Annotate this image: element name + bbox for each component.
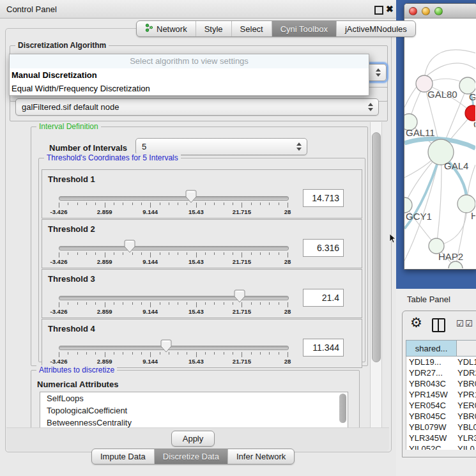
gear-icon[interactable]: ⚙ xyxy=(410,315,422,330)
network-view-window[interactable]: GAL80GACGAL11GAL4GCY1HHAP2 xyxy=(404,3,476,270)
table-row[interactable]: YER054CYER0 xyxy=(406,400,476,411)
slider-tick xyxy=(95,252,96,255)
column-header-name[interactable]: na xyxy=(457,340,476,357)
interval-definition-group: Interval Definition Number of Intervals … xyxy=(31,127,368,366)
threshold-value-field[interactable]: 11.344 xyxy=(303,339,344,357)
close-red-icon[interactable] xyxy=(409,7,417,15)
slider-tick xyxy=(196,252,197,257)
tick-label: 2.859 xyxy=(97,258,112,265)
slider-tick xyxy=(68,352,68,355)
group-title-interval-definition: Interval Definition xyxy=(36,122,101,131)
minimize-yellow-icon[interactable] xyxy=(422,7,430,15)
main-scrollbar[interactable] xyxy=(370,122,382,427)
table-row[interactable]: YBL079WYBL0 xyxy=(406,422,476,433)
slider-tick xyxy=(178,252,178,255)
table-row[interactable]: YDL19...YDL1 xyxy=(406,357,476,367)
tab-select[interactable]: Select xyxy=(231,21,272,36)
slider-thumb[interactable] xyxy=(124,240,135,253)
main-scrollbar-thumb[interactable] xyxy=(372,132,381,362)
slider-tick xyxy=(68,302,68,305)
threshold-value-field[interactable]: 14.713 xyxy=(303,189,344,207)
bottom-tab-bar: Impute DataDiscretize DataInfer Network xyxy=(91,449,295,464)
list-item[interactable]: SelfLoops xyxy=(40,392,348,404)
slider-tick xyxy=(150,203,151,208)
slider-tick xyxy=(251,352,252,355)
slider-tick xyxy=(150,352,151,357)
slider-tick xyxy=(150,252,151,257)
slider-tick xyxy=(288,252,288,257)
network-window-titlebar[interactable] xyxy=(404,4,476,19)
slider-tick xyxy=(95,352,96,355)
tick-label: -3.426 xyxy=(50,208,68,215)
numerical-attributes-list[interactable]: SelfLoopsTopologicalCoefficientBetweenne… xyxy=(40,392,348,427)
checkbox-icon[interactable]: ☑ xyxy=(465,319,473,328)
tick-label: 28 xyxy=(284,208,291,215)
slider-thumb[interactable] xyxy=(234,289,245,303)
list-item[interactable]: BetweennessCentrality xyxy=(40,417,348,427)
tab-jactivemnodules[interactable]: jActiveMNodules xyxy=(336,21,415,36)
table-row[interactable]: YLR345WYLR3 xyxy=(406,433,476,443)
tab-discretize-data[interactable]: Discretize Data xyxy=(154,449,227,464)
list-scrollbar-thumb[interactable] xyxy=(339,394,346,423)
slider-tick xyxy=(141,352,142,355)
tab-style[interactable]: Style xyxy=(196,21,231,36)
popup-placeholder-item[interactable]: Select algorithm to view settings xyxy=(10,54,369,68)
table-row[interactable]: YPR145WYPR1 xyxy=(406,389,476,400)
slider-tick xyxy=(279,203,279,205)
popup-option[interactable]: Equal Width/Frequency Discretization xyxy=(10,82,369,95)
node-label: GAL11 xyxy=(406,127,435,138)
slider-tick xyxy=(242,352,242,357)
settings-scroll-area: Interval Definition Number of Intervals … xyxy=(10,122,370,427)
slider-thumb[interactable] xyxy=(185,190,197,203)
slider-track[interactable] xyxy=(59,246,289,250)
list-item[interactable]: TopologicalCoefficient xyxy=(40,404,348,417)
table-row[interactable]: YIL052CYIL0 xyxy=(406,443,476,450)
tick-label: 15.43 xyxy=(188,358,204,365)
tab-network[interactable]: Network xyxy=(137,21,196,36)
slider-tick xyxy=(279,352,279,355)
threshold-value-field[interactable]: 21.4 xyxy=(303,289,344,307)
float-window-icon[interactable] xyxy=(374,6,383,15)
slider-tick xyxy=(105,203,105,208)
slider-tick xyxy=(114,302,114,305)
slider-track[interactable] xyxy=(59,196,289,201)
node-label: C xyxy=(473,119,475,130)
slider-tick xyxy=(160,302,160,305)
number-of-intervals-combobox[interactable]: 5 xyxy=(135,138,307,155)
apply-button[interactable]: Apply xyxy=(171,431,215,447)
group-title-thresholds: Threshold's Coordinates for 5 Intervals xyxy=(44,153,181,162)
zoom-green-icon[interactable] xyxy=(434,7,443,15)
checkbox-icon[interactable]: ☑ xyxy=(456,319,464,328)
slider-track[interactable] xyxy=(59,346,289,350)
mouse-cursor xyxy=(389,233,396,243)
table-row[interactable]: YDR27...YDR2 xyxy=(406,367,476,378)
popup-option[interactable]: Manual Discretization xyxy=(10,68,369,82)
node-label: GA xyxy=(469,91,475,102)
slider-tick xyxy=(205,252,206,255)
column-header-shared-name[interactable]: shared... xyxy=(406,340,457,357)
slider-tick xyxy=(105,252,105,257)
tab-infer-network[interactable]: Infer Network xyxy=(227,449,294,464)
slider-tick xyxy=(105,302,105,307)
table-panel: ⚙ ☑ ☑ shared... na YDL19...YDL1YDR27...Y… xyxy=(402,311,476,457)
network-canvas[interactable]: GAL80GACGAL11GAL4GCY1HHAP2 xyxy=(404,18,475,268)
split-column-icon[interactable] xyxy=(432,318,445,332)
threshold-value-field[interactable]: 6.316 xyxy=(303,239,344,257)
tick-label: 9.144 xyxy=(142,258,158,265)
slider-tick xyxy=(77,252,78,255)
cell-name: YBL0 xyxy=(457,422,476,433)
slider-thumb[interactable] xyxy=(160,339,172,353)
cell-name: YBR0 xyxy=(457,411,476,422)
slider-tick xyxy=(77,203,78,205)
slider-tick xyxy=(251,302,252,305)
close-icon[interactable]: ✖ xyxy=(386,4,394,14)
slider-tick xyxy=(242,252,242,257)
tab-impute-data[interactable]: Impute Data xyxy=(92,449,154,464)
table-row[interactable]: YBR043CYBR0 xyxy=(406,378,476,389)
tab-cyni-toolbox[interactable]: Cyni Toolbox xyxy=(272,21,336,36)
slider-tick xyxy=(59,203,59,208)
node-label: GCY1 xyxy=(406,211,432,222)
slider-track[interactable] xyxy=(59,296,289,300)
table-data-combobox[interactable]: galFiltered.sif default node xyxy=(15,98,379,116)
table-row[interactable]: YBR045CYBR0 xyxy=(406,411,476,422)
